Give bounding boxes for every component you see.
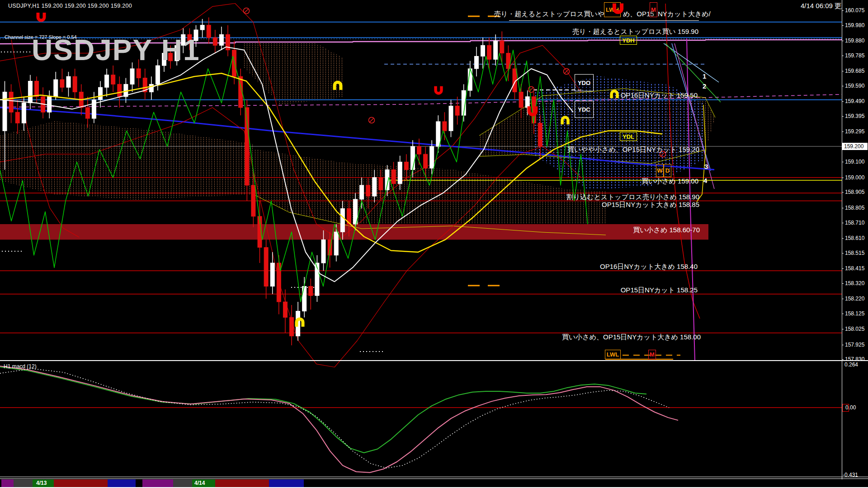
macd-pink (0, 366, 678, 473)
candle-body (213, 38, 217, 45)
price-axis-label: 158.025 (845, 326, 864, 332)
price-axis-tick (842, 329, 844, 329)
price-axis-line (842, 0, 842, 488)
candle-body (219, 34, 223, 45)
price-axis-label: 158.220 (845, 296, 864, 302)
candle-body (137, 69, 141, 78)
candle-body (494, 41, 498, 59)
candle-body (60, 80, 64, 87)
price-axis-tick (842, 131, 844, 132)
fan-line-number: 2 (703, 82, 706, 90)
candle-body (398, 162, 402, 183)
fan-line-number: 1 (703, 72, 706, 80)
candle-body (443, 122, 447, 131)
fan-line-number: 3 (704, 163, 708, 170)
candle-body (35, 81, 39, 97)
candle-body (340, 209, 344, 232)
price-axis-tick (842, 41, 844, 41)
candle-body (309, 286, 313, 296)
candle-body (436, 122, 440, 146)
tag-ydo: YDO (575, 74, 594, 91)
candle-body (15, 112, 19, 123)
price-axis-label: 158.905 (845, 189, 864, 195)
price-axis-label: 159.490 (845, 98, 864, 104)
candle-body (417, 146, 421, 154)
candle-body (424, 154, 428, 168)
candle-body (392, 170, 396, 184)
price-annotation: 買い小さめ 159.00 (642, 177, 698, 186)
tag-ydl: YDL (620, 132, 637, 141)
candle-body (28, 81, 32, 103)
candle-body (455, 106, 459, 116)
candle-body (360, 185, 364, 199)
price-axis-label: 159.880 (845, 38, 864, 44)
tag-ydc: YDC (575, 101, 594, 118)
price-axis-tick (842, 178, 844, 178)
price-axis-label: 159.785 (845, 52, 864, 59)
candle-body (85, 108, 90, 118)
price-axis-tick (842, 101, 844, 102)
fan-line-1 (664, 43, 719, 82)
price-annotation: 売り・超えるとストップロス買いや (494, 10, 604, 19)
tag-ydh: YDH (620, 36, 637, 45)
timeline-date-label: 4/14 (194, 480, 205, 486)
fan-line-number: 4 (703, 177, 707, 184)
price-axis-tick (842, 283, 844, 284)
candle-body (66, 76, 71, 87)
chart-canvas[interactable] (0, 0, 868, 488)
candle-body (156, 66, 160, 84)
price-axis-label: 159.395 (845, 113, 864, 119)
price-axis-label: 158.125 (845, 310, 864, 317)
price-axis-label: 158.415 (845, 265, 864, 272)
price-axis-label: 159.295 (845, 128, 864, 135)
price-axis-tick (842, 71, 844, 71)
timeline-bar: 4/134/14 (0, 479, 868, 487)
candle-body (302, 286, 307, 311)
zigzag-green (0, 50, 588, 302)
timeline-date-label: 4/13 (36, 480, 47, 486)
price-annotation: 買い小さめ 158.60-70 (633, 226, 700, 235)
candle-body (379, 178, 383, 190)
price-axis-tick (842, 208, 844, 208)
candle-body (334, 232, 338, 255)
update-timestamp: 4/14 06:09 更新 (801, 2, 848, 10)
price-annotation: NYカット大きめ/ (658, 10, 711, 19)
candle-body (430, 146, 434, 168)
tag-lwl: LWL (605, 350, 621, 359)
session-segment (54, 479, 108, 487)
ma-white (0, 47, 573, 282)
ma-blue (0, 108, 714, 170)
red-vertical-curve (665, 4, 700, 319)
price-axis-tick (842, 299, 844, 299)
session-segment (142, 479, 173, 487)
panel-separator-bottom-1 (0, 477, 868, 477)
price-axis-tick (842, 116, 844, 117)
candle-body (410, 146, 415, 170)
tag-lwh: LWH (604, 2, 621, 17)
red-left-curve (11, 40, 79, 237)
candle-body (538, 123, 542, 146)
price-axis[interactable]: 160.075159.980159.880159.785159.685159.5… (842, 0, 868, 488)
candle-body (290, 317, 294, 336)
price-annotation: OP16日NYカット大きめ 158.40 (600, 263, 698, 271)
candle-body (111, 75, 115, 84)
price-axis-label: 159.590 (845, 83, 864, 89)
candle-body (264, 248, 268, 286)
price-axis-label: 158.320 (845, 280, 864, 286)
price-axis-tick (842, 268, 844, 269)
symbol-info: USDJPY,H1 159.200 159.200 159.200 159.20… (8, 3, 132, 9)
candle-body (200, 25, 204, 30)
candle-body (500, 41, 504, 53)
tag-d: D (664, 164, 671, 177)
price-axis-tick (842, 162, 844, 162)
candle-body (105, 75, 109, 88)
price-axis-label: 160.075 (845, 7, 864, 14)
candle-body (22, 103, 26, 123)
session-segment (215, 479, 269, 487)
candle-body (366, 185, 370, 196)
current-price-box: 159.200 (842, 143, 868, 150)
price-axis-label: 158.805 (845, 205, 864, 211)
session-segment (269, 479, 304, 487)
price-axis-tick (842, 25, 844, 26)
candle-body (92, 100, 96, 118)
